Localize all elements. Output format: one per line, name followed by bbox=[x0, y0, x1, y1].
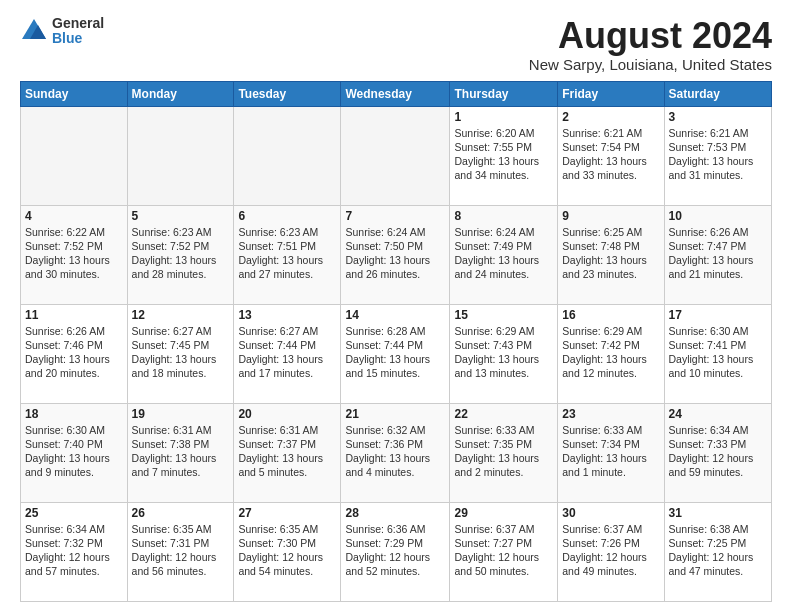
day-number: 12 bbox=[132, 308, 230, 322]
table-row: 17Sunrise: 6:30 AM Sunset: 7:41 PM Dayli… bbox=[664, 304, 771, 403]
day-info: Sunrise: 6:36 AM Sunset: 7:29 PM Dayligh… bbox=[345, 522, 445, 579]
day-number: 5 bbox=[132, 209, 230, 223]
table-row: 23Sunrise: 6:33 AM Sunset: 7:34 PM Dayli… bbox=[558, 403, 664, 502]
day-number: 29 bbox=[454, 506, 553, 520]
col-tuesday: Tuesday bbox=[234, 81, 341, 106]
day-info: Sunrise: 6:28 AM Sunset: 7:44 PM Dayligh… bbox=[345, 324, 445, 381]
day-info: Sunrise: 6:35 AM Sunset: 7:30 PM Dayligh… bbox=[238, 522, 336, 579]
day-number: 27 bbox=[238, 506, 336, 520]
col-thursday: Thursday bbox=[450, 81, 558, 106]
day-number: 28 bbox=[345, 506, 445, 520]
table-row: 24Sunrise: 6:34 AM Sunset: 7:33 PM Dayli… bbox=[664, 403, 771, 502]
logo-text: General Blue bbox=[52, 16, 104, 47]
day-info: Sunrise: 6:22 AM Sunset: 7:52 PM Dayligh… bbox=[25, 225, 123, 282]
table-row: 16Sunrise: 6:29 AM Sunset: 7:42 PM Dayli… bbox=[558, 304, 664, 403]
day-info: Sunrise: 6:29 AM Sunset: 7:43 PM Dayligh… bbox=[454, 324, 553, 381]
day-info: Sunrise: 6:26 AM Sunset: 7:46 PM Dayligh… bbox=[25, 324, 123, 381]
day-info: Sunrise: 6:33 AM Sunset: 7:34 PM Dayligh… bbox=[562, 423, 659, 480]
day-info: Sunrise: 6:34 AM Sunset: 7:32 PM Dayligh… bbox=[25, 522, 123, 579]
day-info: Sunrise: 6:29 AM Sunset: 7:42 PM Dayligh… bbox=[562, 324, 659, 381]
day-info: Sunrise: 6:31 AM Sunset: 7:38 PM Dayligh… bbox=[132, 423, 230, 480]
table-row: 1Sunrise: 6:20 AM Sunset: 7:55 PM Daylig… bbox=[450, 106, 558, 205]
table-row: 18Sunrise: 6:30 AM Sunset: 7:40 PM Dayli… bbox=[21, 403, 128, 502]
day-number: 6 bbox=[238, 209, 336, 223]
table-row bbox=[341, 106, 450, 205]
header: General Blue August 2024 New Sarpy, Loui… bbox=[20, 16, 772, 73]
table-row: 20Sunrise: 6:31 AM Sunset: 7:37 PM Dayli… bbox=[234, 403, 341, 502]
table-row: 19Sunrise: 6:31 AM Sunset: 7:38 PM Dayli… bbox=[127, 403, 234, 502]
day-number: 21 bbox=[345, 407, 445, 421]
calendar-week-row: 1Sunrise: 6:20 AM Sunset: 7:55 PM Daylig… bbox=[21, 106, 772, 205]
day-number: 19 bbox=[132, 407, 230, 421]
day-info: Sunrise: 6:23 AM Sunset: 7:51 PM Dayligh… bbox=[238, 225, 336, 282]
table-row: 31Sunrise: 6:38 AM Sunset: 7:25 PM Dayli… bbox=[664, 502, 771, 601]
table-row: 15Sunrise: 6:29 AM Sunset: 7:43 PM Dayli… bbox=[450, 304, 558, 403]
day-number: 1 bbox=[454, 110, 553, 124]
col-saturday: Saturday bbox=[664, 81, 771, 106]
title-block: August 2024 New Sarpy, Louisiana, United… bbox=[529, 16, 772, 73]
table-row: 27Sunrise: 6:35 AM Sunset: 7:30 PM Dayli… bbox=[234, 502, 341, 601]
subtitle: New Sarpy, Louisiana, United States bbox=[529, 56, 772, 73]
logo-general: General bbox=[52, 16, 104, 31]
day-number: 18 bbox=[25, 407, 123, 421]
day-info: Sunrise: 6:38 AM Sunset: 7:25 PM Dayligh… bbox=[669, 522, 767, 579]
day-number: 13 bbox=[238, 308, 336, 322]
table-row bbox=[21, 106, 128, 205]
day-number: 25 bbox=[25, 506, 123, 520]
day-info: Sunrise: 6:26 AM Sunset: 7:47 PM Dayligh… bbox=[669, 225, 767, 282]
col-wednesday: Wednesday bbox=[341, 81, 450, 106]
day-number: 30 bbox=[562, 506, 659, 520]
main-title: August 2024 bbox=[529, 16, 772, 56]
day-number: 14 bbox=[345, 308, 445, 322]
day-number: 15 bbox=[454, 308, 553, 322]
col-monday: Monday bbox=[127, 81, 234, 106]
day-info: Sunrise: 6:30 AM Sunset: 7:40 PM Dayligh… bbox=[25, 423, 123, 480]
table-row: 6Sunrise: 6:23 AM Sunset: 7:51 PM Daylig… bbox=[234, 205, 341, 304]
day-info: Sunrise: 6:24 AM Sunset: 7:50 PM Dayligh… bbox=[345, 225, 445, 282]
day-number: 17 bbox=[669, 308, 767, 322]
page: General Blue August 2024 New Sarpy, Loui… bbox=[0, 0, 792, 612]
table-row: 13Sunrise: 6:27 AM Sunset: 7:44 PM Dayli… bbox=[234, 304, 341, 403]
calendar-header-row: Sunday Monday Tuesday Wednesday Thursday… bbox=[21, 81, 772, 106]
table-row bbox=[127, 106, 234, 205]
table-row: 26Sunrise: 6:35 AM Sunset: 7:31 PM Dayli… bbox=[127, 502, 234, 601]
logo-icon bbox=[20, 17, 48, 45]
calendar-table: Sunday Monday Tuesday Wednesday Thursday… bbox=[20, 81, 772, 602]
day-info: Sunrise: 6:25 AM Sunset: 7:48 PM Dayligh… bbox=[562, 225, 659, 282]
table-row: 7Sunrise: 6:24 AM Sunset: 7:50 PM Daylig… bbox=[341, 205, 450, 304]
day-number: 24 bbox=[669, 407, 767, 421]
day-number: 16 bbox=[562, 308, 659, 322]
table-row: 30Sunrise: 6:37 AM Sunset: 7:26 PM Dayli… bbox=[558, 502, 664, 601]
calendar-week-row: 25Sunrise: 6:34 AM Sunset: 7:32 PM Dayli… bbox=[21, 502, 772, 601]
day-number: 11 bbox=[25, 308, 123, 322]
day-info: Sunrise: 6:20 AM Sunset: 7:55 PM Dayligh… bbox=[454, 126, 553, 183]
day-info: Sunrise: 6:34 AM Sunset: 7:33 PM Dayligh… bbox=[669, 423, 767, 480]
day-info: Sunrise: 6:30 AM Sunset: 7:41 PM Dayligh… bbox=[669, 324, 767, 381]
day-info: Sunrise: 6:24 AM Sunset: 7:49 PM Dayligh… bbox=[454, 225, 553, 282]
day-number: 9 bbox=[562, 209, 659, 223]
table-row: 22Sunrise: 6:33 AM Sunset: 7:35 PM Dayli… bbox=[450, 403, 558, 502]
day-info: Sunrise: 6:33 AM Sunset: 7:35 PM Dayligh… bbox=[454, 423, 553, 480]
day-number: 8 bbox=[454, 209, 553, 223]
day-number: 31 bbox=[669, 506, 767, 520]
table-row: 14Sunrise: 6:28 AM Sunset: 7:44 PM Dayli… bbox=[341, 304, 450, 403]
day-number: 7 bbox=[345, 209, 445, 223]
table-row: 9Sunrise: 6:25 AM Sunset: 7:48 PM Daylig… bbox=[558, 205, 664, 304]
day-number: 10 bbox=[669, 209, 767, 223]
logo-blue: Blue bbox=[52, 31, 104, 46]
col-sunday: Sunday bbox=[21, 81, 128, 106]
table-row: 5Sunrise: 6:23 AM Sunset: 7:52 PM Daylig… bbox=[127, 205, 234, 304]
day-number: 22 bbox=[454, 407, 553, 421]
day-info: Sunrise: 6:27 AM Sunset: 7:44 PM Dayligh… bbox=[238, 324, 336, 381]
day-info: Sunrise: 6:21 AM Sunset: 7:53 PM Dayligh… bbox=[669, 126, 767, 183]
col-friday: Friday bbox=[558, 81, 664, 106]
table-row: 10Sunrise: 6:26 AM Sunset: 7:47 PM Dayli… bbox=[664, 205, 771, 304]
table-row: 11Sunrise: 6:26 AM Sunset: 7:46 PM Dayli… bbox=[21, 304, 128, 403]
day-number: 20 bbox=[238, 407, 336, 421]
day-info: Sunrise: 6:32 AM Sunset: 7:36 PM Dayligh… bbox=[345, 423, 445, 480]
table-row: 21Sunrise: 6:32 AM Sunset: 7:36 PM Dayli… bbox=[341, 403, 450, 502]
day-info: Sunrise: 6:31 AM Sunset: 7:37 PM Dayligh… bbox=[238, 423, 336, 480]
day-info: Sunrise: 6:37 AM Sunset: 7:27 PM Dayligh… bbox=[454, 522, 553, 579]
day-info: Sunrise: 6:35 AM Sunset: 7:31 PM Dayligh… bbox=[132, 522, 230, 579]
logo: General Blue bbox=[20, 16, 104, 47]
